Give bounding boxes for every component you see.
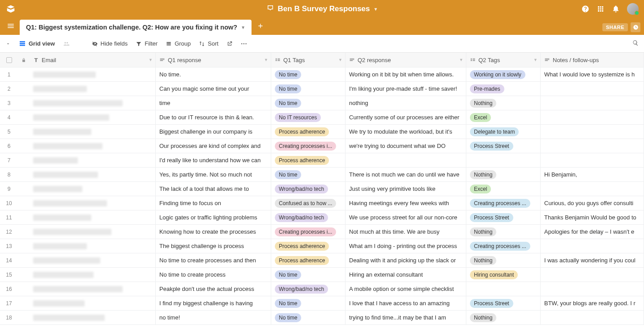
- table-row[interactable]: 9The lack of a tool that allows me toWro…: [0, 182, 644, 196]
- col-q2[interactable]: Q2 response▼: [345, 53, 466, 67]
- table-row[interactable]: 2Can you magic some time out yourNo time…: [0, 82, 644, 96]
- cell-q2tags[interactable]: Creating processes ...: [466, 196, 541, 210]
- table-row[interactable]: 10Finding time to focus onConfused as to…: [0, 196, 644, 210]
- cell-q2[interactable]: We try to modulate the workload, but it'…: [345, 125, 466, 139]
- cell-email[interactable]: [30, 168, 156, 181]
- cell-notes[interactable]: [541, 239, 644, 253]
- base-title[interactable]: Ben B Survey Responses ▼: [266, 4, 378, 14]
- filter-button[interactable]: Filter: [136, 40, 158, 47]
- table-row[interactable]: 12Knowing how to create the processesCre…: [0, 225, 644, 239]
- collaborators-icon[interactable]: [63, 41, 69, 47]
- cell-q2[interactable]: Having meetings every few weeks with: [345, 196, 466, 210]
- cell-q2[interactable]: [345, 153, 466, 167]
- table-row[interactable]: 11Logic gates or traffic lighting proble…: [0, 210, 644, 225]
- cell-email[interactable]: [30, 110, 156, 124]
- cell-q1tags[interactable]: Wrong/bad/no tech: [271, 210, 345, 224]
- cell-notes[interactable]: [541, 182, 644, 196]
- col-q1tags[interactable]: Q1 Tags▼: [271, 53, 345, 67]
- cell-email[interactable]: [30, 311, 156, 324]
- cell-email[interactable]: [30, 296, 156, 310]
- hamburger-icon[interactable]: [5, 21, 16, 31]
- cell-q2tags[interactable]: Excel: [466, 110, 541, 124]
- cell-notes[interactable]: What I would love to systemize is h: [541, 67, 644, 81]
- cell-notes[interactable]: [541, 96, 644, 110]
- cell-q1[interactable]: Knowing how to create the processes: [156, 225, 271, 239]
- cell-q1[interactable]: The lack of a tool that allows me to: [156, 182, 271, 196]
- cell-email[interactable]: [30, 182, 156, 196]
- table-row[interactable]: 3timeNo timenothingNothing: [0, 96, 644, 110]
- cell-q1[interactable]: I'd really like to understand how we can: [156, 153, 271, 167]
- col-notes[interactable]: Notes / follow-ups: [541, 53, 644, 67]
- table-tab[interactable]: Q1: Biggest systemization challenge. Q2:…: [20, 20, 252, 35]
- table-row[interactable]: 5Biggest challenge in our company isProc…: [0, 125, 644, 139]
- airtable-logo-icon[interactable]: [5, 4, 16, 14]
- cell-q1[interactable]: Yes, its partly time. Not so much not: [156, 168, 271, 181]
- cell-q2tags[interactable]: Pre-mades: [466, 82, 541, 96]
- caret-down-icon[interactable]: ▼: [149, 58, 153, 62]
- cell-q2[interactable]: There is not much we can do until we hav…: [345, 168, 466, 181]
- cell-q1tags[interactable]: No time: [271, 268, 345, 282]
- caret-down-icon[interactable]: ▼: [338, 58, 342, 62]
- cell-q2[interactable]: Working on it bit by bit when time allow…: [345, 67, 466, 81]
- caret-down-icon[interactable]: ▼: [459, 58, 463, 62]
- search-icon[interactable]: [632, 40, 639, 46]
- cell-email[interactable]: [30, 268, 156, 282]
- cell-q1tags[interactable]: Process adherence: [271, 253, 345, 267]
- add-table-button[interactable]: [255, 21, 266, 31]
- view-switcher[interactable]: Grid view: [19, 40, 55, 47]
- cell-q1[interactable]: Logic gates or traffic lighting problems: [156, 210, 271, 224]
- cell-email[interactable]: [30, 239, 156, 253]
- cell-notes[interactable]: [541, 311, 644, 324]
- cell-email[interactable]: [30, 153, 156, 167]
- table-row[interactable]: 15No time to create processNo timeHiring…: [0, 268, 644, 282]
- cell-q1[interactable]: Peakple don't use the actual process: [156, 282, 271, 296]
- cell-notes[interactable]: Apologies for the delay – I wasn't e: [541, 225, 644, 239]
- cell-q2tags[interactable]: Nothing: [466, 253, 541, 267]
- cell-email[interactable]: [30, 196, 156, 210]
- cell-q2[interactable]: Not much at this time. We are busy: [345, 225, 466, 239]
- cell-q2tags[interactable]: Process Street: [466, 139, 541, 153]
- cell-q2tags[interactable]: Excel: [466, 182, 541, 196]
- table-row[interactable]: 16Peakple don't use the actual processWr…: [0, 282, 644, 296]
- cell-notes[interactable]: [541, 82, 644, 96]
- cell-q1tags[interactable]: Process adherence: [271, 153, 345, 167]
- cell-q1tags[interactable]: Process adherence: [271, 239, 345, 253]
- cell-q2tags[interactable]: Delegate to team: [466, 125, 541, 139]
- cell-notes[interactable]: Hi Benjamin,: [541, 168, 644, 181]
- cell-notes[interactable]: Curious, do you guys offer consulti: [541, 196, 644, 210]
- cell-q2[interactable]: Just using very primitive tools like: [345, 182, 466, 196]
- cell-email[interactable]: [30, 125, 156, 139]
- cell-q1tags[interactable]: No IT resources: [271, 110, 345, 124]
- cell-q1tags[interactable]: No time: [271, 96, 345, 110]
- col-q2tags[interactable]: Q2 Tags▼: [466, 53, 541, 67]
- bell-icon[interactable]: [612, 5, 620, 13]
- cell-q1[interactable]: No time.: [156, 67, 271, 81]
- cell-q2[interactable]: Hiring an external consultant: [345, 268, 466, 282]
- cell-q1tags[interactable]: Creating processes i...: [271, 139, 345, 153]
- cell-q2[interactable]: nothing: [345, 96, 466, 110]
- cell-q1[interactable]: Can you magic some time out your: [156, 82, 271, 96]
- cell-q2[interactable]: trying to find time...it may be that I a…: [345, 311, 466, 324]
- cell-q1tags[interactable]: No time: [271, 311, 345, 324]
- cell-q2tags[interactable]: Hiring consultant: [466, 268, 541, 282]
- cell-q2tags[interactable]: Process Street: [466, 296, 541, 310]
- col-email[interactable]: Email▼: [30, 53, 156, 67]
- cell-q2[interactable]: Currently some of our processes are eith…: [345, 110, 466, 124]
- cell-q1[interactable]: Biggest challenge in our company is: [156, 125, 271, 139]
- cell-q2tags[interactable]: [466, 153, 541, 167]
- cell-q2[interactable]: I'm liking your pre-made stuff - time sa…: [345, 82, 466, 96]
- cell-q2tags[interactable]: [466, 282, 541, 296]
- avatar[interactable]: [627, 3, 639, 15]
- help-icon[interactable]: [581, 5, 589, 13]
- cell-notes[interactable]: [541, 282, 644, 296]
- cell-email[interactable]: [30, 282, 156, 296]
- table-row[interactable]: 18no time!No timetrying to find time...i…: [0, 311, 644, 325]
- col-q1[interactable]: Q1 response▼: [156, 53, 271, 67]
- cell-email[interactable]: [30, 225, 156, 239]
- table-row[interactable]: 14No time to create processes and thenPr…: [0, 253, 644, 268]
- cell-q1tags[interactable]: Wrong/bad/no tech: [271, 182, 345, 196]
- cell-q1tags[interactable]: No time: [271, 168, 345, 181]
- cell-email[interactable]: [30, 139, 156, 153]
- group-button[interactable]: Group: [166, 40, 191, 47]
- cell-q2tags[interactable]: Nothing: [466, 168, 541, 181]
